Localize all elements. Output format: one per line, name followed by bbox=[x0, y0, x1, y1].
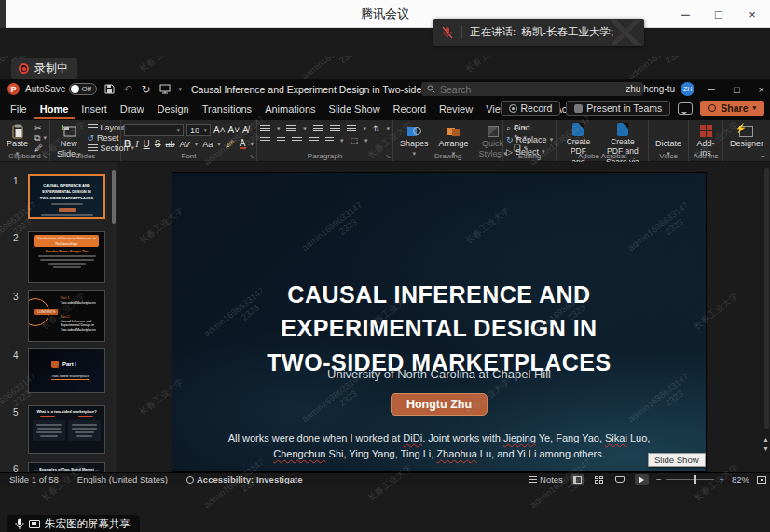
autosave-toggle[interactable]: Off bbox=[69, 83, 97, 95]
tab-draw[interactable]: Draw bbox=[114, 100, 151, 119]
tab-design[interactable]: Design bbox=[150, 100, 195, 119]
zoom-percentage[interactable]: 82% bbox=[732, 474, 749, 484]
language-status[interactable]: English (United States) bbox=[68, 474, 177, 484]
cut-button[interactable]: ✂ bbox=[34, 123, 47, 132]
fit-to-window-icon[interactable] bbox=[757, 476, 766, 484]
bold-button[interactable]: B bbox=[124, 139, 131, 149]
text-direction-icon[interactable]: ⇅ bbox=[373, 124, 380, 133]
designer-button[interactable]: Designer bbox=[726, 122, 767, 150]
thumbnail-scrollbar[interactable] bbox=[112, 170, 116, 224]
zoom-out-icon[interactable]: − bbox=[656, 474, 662, 484]
clear-formatting-button[interactable]: A̸ bbox=[242, 125, 249, 135]
account-control[interactable]: zhu hong-tu ZH bbox=[626, 82, 694, 96]
share-caret-icon: ▾ bbox=[752, 104, 756, 112]
highlight-button[interactable]: 🖉 bbox=[226, 139, 235, 149]
close-icon[interactable]: × bbox=[746, 7, 759, 21]
font-name-select[interactable]: ▾ bbox=[124, 124, 184, 136]
undo-icon[interactable]: ↶ bbox=[123, 84, 132, 95]
slideshow-view-button[interactable] bbox=[635, 474, 649, 485]
close-icon[interactable]: × bbox=[759, 84, 764, 95]
slide-nav-arrows[interactable]: ▲ ▼ bbox=[762, 436, 770, 452]
align-left-icon[interactable] bbox=[260, 137, 270, 145]
avatar[interactable]: ZH bbox=[681, 82, 694, 96]
clipboard-dialog-launcher-icon[interactable]: ↘ bbox=[42, 153, 48, 160]
underline-button[interactable]: U bbox=[144, 139, 150, 149]
search-input[interactable] bbox=[440, 84, 638, 95]
drawing-dialog-launcher-icon[interactable]: ↘ bbox=[495, 153, 501, 160]
zoom-in-icon[interactable]: + bbox=[719, 474, 724, 484]
paragraph-dialog-launcher-icon[interactable]: ↘ bbox=[385, 153, 391, 160]
share-button[interactable]: Share ▾ bbox=[700, 101, 764, 116]
next-slide-icon[interactable]: ▼ bbox=[763, 445, 769, 452]
autosave-control[interactable]: AutoSave Off bbox=[25, 83, 97, 95]
decrease-indent-icon[interactable] bbox=[313, 125, 323, 133]
italic-button[interactable]: I bbox=[135, 139, 138, 149]
maximize-icon[interactable]: □ bbox=[712, 7, 725, 21]
comments-icon[interactable] bbox=[678, 102, 693, 115]
qat-customize-icon[interactable]: ▾ bbox=[179, 86, 183, 93]
align-center-icon[interactable] bbox=[277, 137, 285, 145]
slideshow-from-start-icon[interactable] bbox=[159, 84, 171, 94]
share-badge-label: 朱宏图的屏幕共享 bbox=[45, 517, 131, 531]
strikethrough-button[interactable]: S bbox=[155, 139, 161, 149]
slide-5-thumbnail[interactable]: What is a two-sided marketplace? bbox=[28, 405, 105, 454]
slide-4-thumbnail[interactable]: Part I Two-sided Marketplace bbox=[28, 348, 105, 393]
previous-slide-icon[interactable]: ▲ bbox=[763, 436, 769, 443]
shrink-font-button[interactable]: A˅ bbox=[227, 125, 240, 135]
tab-animations[interactable]: Animations bbox=[258, 100, 322, 119]
present-in-teams-button[interactable]: Present in Teams bbox=[566, 101, 670, 116]
reading-view-button[interactable] bbox=[613, 474, 627, 485]
replace-button[interactable]: ↻Replace▾ bbox=[506, 135, 553, 144]
justify-icon[interactable] bbox=[309, 137, 319, 145]
tab-actions: Record Present in Teams Share ▾ bbox=[501, 101, 765, 116]
find-button[interactable]: ⌕Find bbox=[506, 123, 553, 132]
tab-file[interactable]: File bbox=[4, 100, 34, 119]
slide-6-thumbnail[interactable]: — Examples of Two-Sided Market — bbox=[28, 462, 105, 472]
redo-icon[interactable]: ↻ bbox=[141, 84, 150, 95]
copy-button[interactable]: ⧉▾ bbox=[34, 133, 47, 143]
slide-2-thumbnail[interactable]: Declaration of Financial Interests or Re… bbox=[28, 231, 105, 283]
record-button[interactable]: Record bbox=[501, 101, 561, 116]
tab-home[interactable]: Home bbox=[34, 100, 76, 119]
search-box[interactable] bbox=[421, 82, 643, 96]
recording-badge[interactable]: 录制中 bbox=[11, 58, 77, 79]
tab-record[interactable]: Record bbox=[387, 100, 433, 119]
minimize-icon[interactable]: ─ bbox=[708, 84, 715, 95]
save-icon[interactable] bbox=[104, 84, 115, 94]
slide-1-thumbnail[interactable]: CAUSAL INFERENCE AND EXPERIMENTAL DESIGN… bbox=[28, 174, 105, 219]
minimize-icon[interactable]: ─ bbox=[679, 7, 692, 21]
change-case-button[interactable]: Aa bbox=[202, 140, 213, 149]
text-shadow-button[interactable]: ab bbox=[165, 140, 174, 149]
quick-styles-icon bbox=[488, 126, 499, 137]
normal-view-button[interactable] bbox=[571, 474, 584, 485]
tab-review[interactable]: Review bbox=[433, 100, 479, 119]
font-size-select[interactable]: 18▾ bbox=[186, 124, 211, 136]
tab-transitions[interactable]: Transitions bbox=[196, 100, 258, 119]
align-right-icon[interactable] bbox=[292, 137, 302, 145]
font-dialog-launcher-icon[interactable]: ↘ bbox=[249, 153, 254, 160]
canvas-scrollbar[interactable] bbox=[764, 168, 769, 429]
line-spacing-icon[interactable] bbox=[347, 125, 357, 133]
numbering-icon[interactable] bbox=[286, 125, 296, 133]
tab-insert[interactable]: Insert bbox=[75, 100, 114, 119]
bullets-icon[interactable] bbox=[260, 125, 270, 133]
restore-icon[interactable]: □ bbox=[734, 84, 740, 95]
current-slide[interactable]: CAUSAL INFERENCE AND EXPERIMENTAL DESIGN… bbox=[172, 173, 706, 471]
increase-indent-icon[interactable] bbox=[330, 125, 340, 133]
slide-sorter-button[interactable] bbox=[592, 474, 606, 485]
zoom-slider-thumb[interactable] bbox=[694, 475, 696, 484]
notes-button[interactable]: Notes bbox=[529, 474, 563, 484]
screen-share-badge[interactable]: 朱宏图的屏幕共享 bbox=[7, 515, 140, 532]
character-spacing-button[interactable]: AV bbox=[179, 140, 189, 149]
columns-icon[interactable] bbox=[325, 137, 334, 145]
collapse-ribbon-icon[interactable]: ⌄ bbox=[759, 150, 766, 159]
smartart-icon[interactable]: ⬚ bbox=[351, 136, 359, 145]
slide-3-thumbnail[interactable]: CONTENTS Part 1Two-sided Marketplaces Pa… bbox=[28, 290, 105, 342]
accessibility-status[interactable]: Accessibility: Investigate bbox=[177, 474, 312, 484]
grow-font-button[interactable]: A˄ bbox=[213, 125, 226, 135]
font-color-button[interactable]: A bbox=[240, 139, 246, 149]
toast-divider bbox=[461, 25, 462, 39]
slide-number: 2 bbox=[13, 233, 19, 243]
zoom-slider[interactable] bbox=[666, 479, 714, 480]
tab-slide-show[interactable]: Slide Show bbox=[323, 100, 387, 119]
